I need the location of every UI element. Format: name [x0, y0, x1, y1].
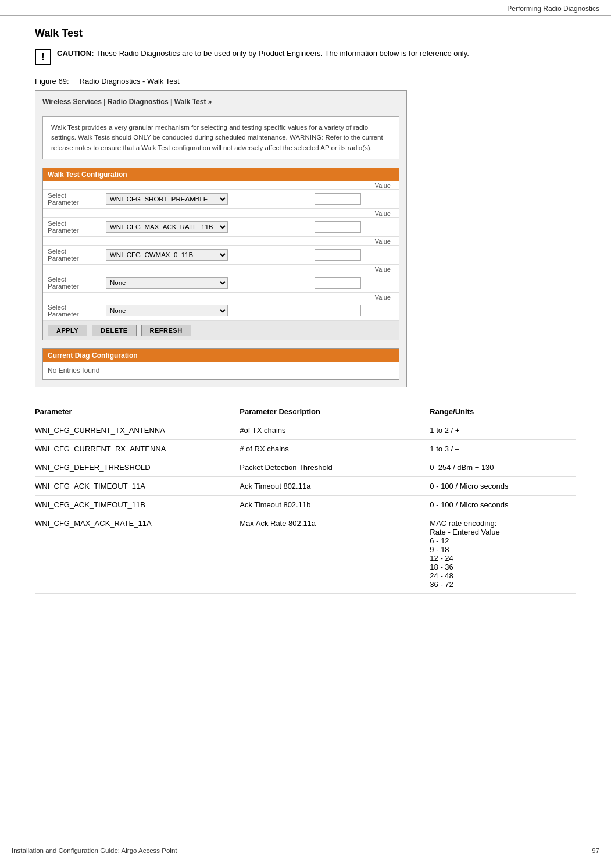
config-row-value-cell[interactable]: [310, 189, 399, 208]
params-row-param: WNI_CFG_CURRENT_TX_ANTENNA: [35, 421, 240, 439]
params-row-desc: Ack Timeout 802.11b: [240, 495, 430, 514]
ui-frame: Wireless Services | Radio Diagnostics | …: [35, 90, 407, 387]
config-row-value-input[interactable]: [315, 305, 361, 316]
config-row-select[interactable]: WNI_CFG_SHORT_PREAMBLE: [106, 193, 228, 205]
config-row-value-cell[interactable]: [310, 301, 399, 320]
config-row-label: Select Parameter: [43, 245, 101, 264]
params-row-range: MAC rate encoding:Rate - Entered Value6 …: [430, 514, 576, 593]
walk-test-config-section: Walk Test Configuration Value Select Par…: [42, 168, 399, 340]
config-row-label: Select Parameter: [43, 273, 101, 292]
footer-right: 97: [592, 847, 599, 854]
config-row-value-input[interactable]: [315, 221, 361, 233]
config-row-select-cell[interactable]: None: [101, 273, 310, 292]
config-row-value-cell[interactable]: [310, 245, 399, 264]
params-row-range: 0 - 100 / Micro seconds: [430, 476, 576, 495]
main-content: Walk Test ! CAUTION: These Radio Diagnos…: [0, 16, 611, 617]
figure-caption: Figure 69: Radio Diagnostics - Walk Test: [35, 77, 576, 86]
col-header-param: Parameter: [35, 405, 240, 421]
params-table: Parameter Parameter Description Range/Un…: [35, 405, 576, 594]
col-header-desc: Parameter Description: [240, 405, 430, 421]
params-row: WNI_CFG_CURRENT_TX_ANTENNA #of TX chains…: [35, 421, 576, 439]
current-diag-section: Current Diag Configuration No Entries fo…: [42, 348, 399, 380]
params-row-desc: Ack Timeout 802.11a: [240, 476, 430, 495]
col-header-range: Range/Units: [430, 405, 576, 421]
params-row: WNI_CFG_DEFER_THRESHOLD Packet Detection…: [35, 458, 576, 476]
refresh-button[interactable]: REFRESH: [141, 325, 191, 336]
config-row-select-cell[interactable]: WNI_CFG_MAX_ACK_RATE_11B: [101, 217, 310, 236]
params-row-desc: Max Ack Rate 802.11a: [240, 514, 430, 593]
caution-label: CAUTION:: [57, 49, 94, 58]
config-row-label: Select Parameter: [43, 301, 101, 320]
params-row-param: WNI_CFG_DEFER_THRESHOLD: [35, 458, 240, 476]
config-row: Select Parameter WNI_CFG_MAX_ACK_RATE_11…: [43, 217, 399, 236]
config-row-value-input[interactable]: [315, 193, 361, 205]
config-row: Select Parameter None: [43, 301, 399, 320]
params-row-param: WNI_CFG_MAX_ACK_RATE_11A: [35, 514, 240, 593]
config-row-select-cell[interactable]: WNI_CFG_SHORT_PREAMBLE: [101, 189, 310, 208]
caution-text: CAUTION: These Radio Diagnostics are to …: [57, 48, 469, 59]
params-row-desc: #of TX chains: [240, 421, 430, 439]
config-row-select-cell[interactable]: None: [101, 301, 310, 320]
config-row-value-cell[interactable]: [310, 217, 399, 236]
apply-button[interactable]: APPLY: [48, 325, 87, 336]
walk-test-config-header: Walk Test Configuration: [43, 168, 399, 181]
config-row-select[interactable]: None: [106, 305, 228, 316]
params-row-param: WNI_CFG_ACK_TIMEOUT_11A: [35, 476, 240, 495]
params-row: WNI_CFG_CURRENT_RX_ANTENNA # of RX chain…: [35, 439, 576, 458]
config-row-select-cell[interactable]: WNI_CFG_CWMAX_0_11B: [101, 245, 310, 264]
config-row: Select Parameter WNI_CFG_SHORT_PREAMBLE: [43, 189, 399, 208]
breadcrumb: Wireless Services | Radio Diagnostics | …: [42, 98, 399, 108]
params-row-param: WNI_CFG_CURRENT_RX_ANTENNA: [35, 439, 240, 458]
footer-left: Installation and Configuration Guide: Ai…: [12, 847, 177, 854]
page-title: Walk Test: [35, 27, 576, 40]
config-row-select[interactable]: None: [106, 277, 228, 289]
caution-box: ! CAUTION: These Radio Diagnostics are t…: [35, 48, 576, 65]
page-header-title: Performing Radio Diagnostics: [507, 5, 599, 13]
figure-label: Figure 69:: [35, 77, 69, 86]
current-diag-body: No Entries found: [43, 362, 399, 379]
current-diag-header: Current Diag Configuration: [43, 349, 399, 362]
params-row: WNI_CFG_MAX_ACK_RATE_11A Max Ack Rate 80…: [35, 514, 576, 593]
params-row-range: 0 - 100 / Micro seconds: [430, 495, 576, 514]
params-row-desc: Packet Detection Threshold: [240, 458, 430, 476]
config-table: Value Select Parameter WNI_CFG_SHORT_PRE…: [43, 181, 399, 321]
config-row-value-cell[interactable]: [310, 273, 399, 292]
params-row: WNI_CFG_ACK_TIMEOUT_11A Ack Timeout 802.…: [35, 476, 576, 495]
caution-icon: !: [35, 49, 51, 65]
config-row-label: Select Parameter: [43, 217, 101, 236]
page-header: Performing Radio Diagnostics: [0, 0, 611, 16]
params-row-range: 1 to 3 / –: [430, 439, 576, 458]
buttons-row: APPLY DELETE REFRESH: [43, 321, 399, 340]
params-section: Parameter Parameter Description Range/Un…: [35, 405, 576, 594]
config-row-label: Select Parameter: [43, 189, 101, 208]
config-row-value-input[interactable]: [315, 277, 361, 289]
config-row: Select Parameter WNI_CFG_CWMAX_0_11B: [43, 245, 399, 264]
config-row-value-input[interactable]: [315, 249, 361, 261]
config-row: Select Parameter None: [43, 273, 399, 292]
params-row: WNI_CFG_ACK_TIMEOUT_11B Ack Timeout 802.…: [35, 495, 576, 514]
delete-button[interactable]: DELETE: [92, 325, 136, 336]
params-row-range: 0–254 / dBm + 130: [430, 458, 576, 476]
params-row-desc: # of RX chains: [240, 439, 430, 458]
page-footer: Installation and Configuration Guide: Ai…: [0, 842, 611, 859]
config-row-select[interactable]: WNI_CFG_MAX_ACK_RATE_11B: [106, 221, 228, 233]
caution-body: These Radio Diagnostics are to be used o…: [96, 49, 469, 58]
params-row-param: WNI_CFG_ACK_TIMEOUT_11B: [35, 495, 240, 514]
info-text-box: Walk Test provides a very granular mecha…: [42, 116, 399, 159]
params-row-range: 1 to 2 / +: [430, 421, 576, 439]
figure-title: Radio Diagnostics - Walk Test: [80, 77, 180, 86]
config-row-select[interactable]: WNI_CFG_CWMAX_0_11B: [106, 249, 228, 261]
